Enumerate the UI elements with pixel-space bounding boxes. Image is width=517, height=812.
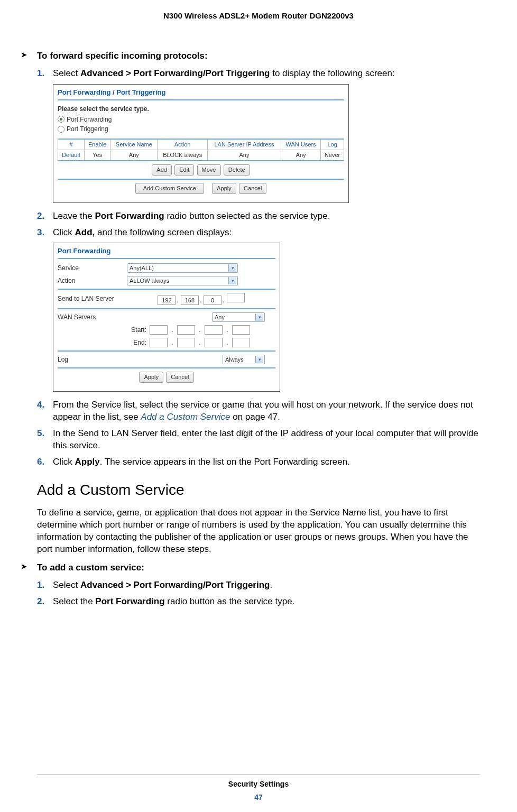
step-body: Click Apply. The service appears in the … xyxy=(53,456,480,468)
step-number: 5. xyxy=(37,428,53,452)
step-number: 3. xyxy=(37,227,53,239)
step-body: Click Add, and the following screen disp… xyxy=(53,227,480,239)
page-footer: Security Settings 47 xyxy=(0,774,517,802)
add-button[interactable]: Add xyxy=(152,164,172,176)
task-heading-text: To add a custom service: xyxy=(37,562,144,574)
edit-button[interactable]: Edit xyxy=(174,164,194,176)
section-intro: To define a service, game, or applicatio… xyxy=(37,507,480,556)
panel-title: Port Forwarding xyxy=(53,243,280,258)
start-ip-4[interactable] xyxy=(232,325,250,335)
step-number: 4. xyxy=(37,399,53,423)
radio-icon xyxy=(58,126,64,133)
move-button[interactable]: Move xyxy=(197,164,221,176)
wan-servers-select[interactable]: Any▾ xyxy=(212,312,265,322)
step-number: 2. xyxy=(37,210,53,223)
action-select[interactable]: ALLOW always▾ xyxy=(127,276,238,285)
start-ip-2[interactable] xyxy=(177,325,195,335)
log-label: Log xyxy=(58,355,124,364)
step-body: From the Service list, select the servic… xyxy=(53,399,480,423)
cross-ref-link[interactable]: Add a Custom Service xyxy=(141,412,230,422)
screenshot-port-forwarding-list: Port Forwarding / Port Triggering Please… xyxy=(53,84,349,202)
section-heading-add-custom-service: Add a Custom Service xyxy=(37,480,480,500)
step-number: 1. xyxy=(37,68,53,80)
chevron-down-icon: ▾ xyxy=(255,356,263,363)
radio-port-triggering[interactable]: Port Triggering xyxy=(58,125,344,133)
ip-octet-2[interactable]: 168 xyxy=(181,296,199,305)
panel-title: Port Forwarding / Port Triggering xyxy=(53,85,348,99)
radio-icon xyxy=(58,116,64,123)
ip-octet-1[interactable]: 192 xyxy=(158,296,176,305)
end-ip-4[interactable] xyxy=(232,338,250,347)
step-body: Select the Port Forwarding radio button … xyxy=(53,596,480,608)
ip-octet-4[interactable] xyxy=(227,293,245,302)
cancel-button[interactable]: Cancel xyxy=(166,372,193,383)
end-ip-1[interactable] xyxy=(150,338,168,347)
apply-button[interactable]: Apply xyxy=(139,372,163,383)
step-body: Select Advanced > Port Forwarding/Port T… xyxy=(53,68,480,80)
ip-octet-3[interactable]: 0 xyxy=(204,296,221,305)
delete-button[interactable]: Delete xyxy=(224,164,250,176)
task-heading-add-custom: ➤ To add a custom service: xyxy=(21,562,480,574)
screenshot-port-forwarding-add: Port Forwarding Service Any(ALL)▾ Action… xyxy=(53,243,280,391)
action-label: Action xyxy=(58,276,124,285)
services-table: # Enable Service Name Action LAN Server … xyxy=(58,139,344,161)
start-ip-3[interactable] xyxy=(205,325,223,335)
step-number: 6. xyxy=(37,456,53,468)
footer-chapter: Security Settings xyxy=(0,779,517,789)
apply-button[interactable]: Apply xyxy=(212,183,236,194)
arrow-icon: ➤ xyxy=(21,50,37,60)
start-ip-1[interactable] xyxy=(150,325,168,335)
task-heading-text: To forward specific incoming protocols: xyxy=(37,50,208,62)
chevron-down-icon: ▾ xyxy=(228,264,236,272)
start-label: Start: xyxy=(125,326,146,334)
step-body: Leave the Port Forwarding radio button s… xyxy=(53,210,480,223)
arrow-icon: ➤ xyxy=(21,562,37,571)
end-ip-2[interactable] xyxy=(177,338,195,347)
chevron-down-icon: ▾ xyxy=(255,313,263,321)
end-label: End: xyxy=(125,338,146,347)
doc-header: N300 Wireless ADSL2+ Modem Router DGN220… xyxy=(37,11,480,21)
service-label: Service xyxy=(58,264,124,272)
radio-port-forwarding[interactable]: Port Forwarding xyxy=(58,115,344,124)
step-body: In the Send to LAN Server field, enter t… xyxy=(53,428,480,452)
step-number: 1. xyxy=(37,579,53,592)
wan-servers-label: WAN Servers xyxy=(58,313,124,321)
footer-page-number: 47 xyxy=(0,792,517,802)
log-select[interactable]: Always▾ xyxy=(223,355,265,364)
add-custom-service-button[interactable]: Add Custom Service xyxy=(135,183,204,194)
chevron-down-icon: ▾ xyxy=(228,277,236,284)
end-ip-3[interactable] xyxy=(205,338,223,347)
step-body: Select Advanced > Port Forwarding/Port T… xyxy=(53,579,480,592)
table-row[interactable]: Default Yes Any BLOCK always Any Any Nev… xyxy=(58,150,344,161)
service-type-prompt: Please select the service type. xyxy=(58,105,344,113)
send-lan-label: Send to LAN Server xyxy=(58,294,124,303)
service-select[interactable]: Any(ALL)▾ xyxy=(127,263,238,273)
cancel-button[interactable]: Cancel xyxy=(239,183,266,194)
step-number: 2. xyxy=(37,596,53,608)
task-heading-forward: ➤ To forward specific incoming protocols… xyxy=(21,50,480,62)
